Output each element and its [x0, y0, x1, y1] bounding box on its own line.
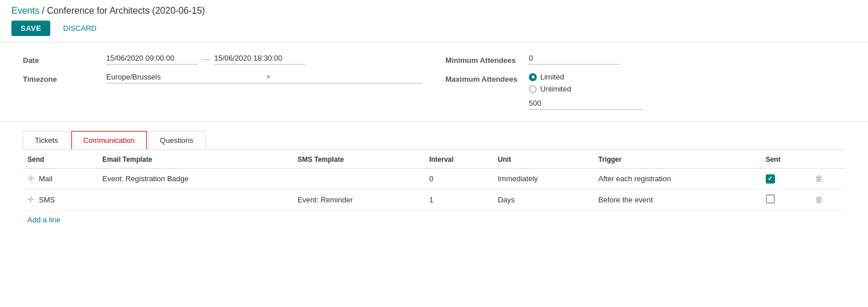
timezone-value: Europe/Brussels ▼ — [106, 73, 423, 83]
cell-unit-0: Immediately — [493, 169, 594, 189]
cell-interval-1: 1 — [425, 189, 493, 210]
cell-email-template-0: Event: Registration Badge — [98, 169, 293, 189]
col-email-template: Email Template — [98, 150, 293, 169]
col-send: Send — [23, 150, 98, 169]
limited-radio-circle — [529, 73, 537, 81]
discard-button[interactable]: DISCARD — [57, 21, 102, 36]
timezone-label: Timezone — [23, 73, 97, 83]
limited-radio[interactable]: Limited — [529, 73, 845, 81]
date-label: Date — [23, 54, 97, 65]
top-bar: Events / Conference for Architects (2020… — [0, 0, 868, 42]
min-attendees-row: Minimum Attendees 0 — [445, 54, 845, 65]
cell-send-0: ✛ Mail — [23, 169, 98, 189]
tabs-section: Tickets Communication Questions — [0, 122, 868, 150]
communication-table: Send Email Template SMS Template Interva… — [23, 150, 845, 211]
date-value: 15/06/2020 09:00:00 — 15/06/2020 18:30:0… — [106, 54, 423, 65]
min-attendees-input[interactable]: 0 — [529, 54, 620, 65]
toolbar: SAVE DISCARD — [11, 21, 857, 36]
max-attendees-label: Maximum Attendees — [445, 73, 520, 83]
cell-interval-0: 0 — [425, 169, 493, 189]
form-grid: Date 15/06/2020 09:00:00 — 15/06/2020 18… — [23, 54, 845, 110]
cell-sms-template-1: Event: Reminder — [293, 189, 425, 210]
table-row: ✛ SMS Event: Reminder 1 Days Before the … — [23, 189, 845, 210]
send-type-1: SMS — [39, 196, 55, 204]
cell-sent-0[interactable] — [761, 169, 810, 189]
form-left: Date 15/06/2020 09:00:00 — 15/06/2020 18… — [23, 54, 423, 110]
drag-handle-0[interactable]: ✛ — [27, 174, 34, 183]
breadcrumb-separator: / — [39, 6, 47, 15]
col-sms-template: SMS Template — [293, 150, 425, 169]
attendees-count[interactable]: 500 — [529, 99, 643, 110]
limited-label: Limited — [540, 73, 564, 81]
cell-sent-1[interactable] — [761, 189, 810, 210]
timezone-field-row: Timezone Europe/Brussels ▼ — [23, 73, 423, 83]
sent-checkbox-1[interactable] — [766, 194, 775, 204]
timezone-selected: Europe/Brussels — [106, 73, 263, 81]
form-section: Date 15/06/2020 09:00:00 — 15/06/2020 18… — [0, 42, 868, 122]
tab-communication[interactable]: Communication — [71, 131, 147, 149]
cell-delete-0[interactable]: 🗑 — [810, 169, 845, 189]
unlimited-radio-circle — [529, 85, 537, 93]
table-section: Send Email Template SMS Template Interva… — [0, 150, 868, 240]
delete-icon-0[interactable]: 🗑 — [815, 174, 823, 183]
date-start[interactable]: 15/06/2020 09:00:00 — [106, 54, 198, 65]
min-attendees-label: Minimum Attendees — [445, 54, 520, 65]
delete-icon-1[interactable]: 🗑 — [815, 195, 823, 204]
attendees-radio-group: Limited Unlimited — [529, 73, 845, 93]
cell-sms-template-0 — [293, 169, 425, 189]
breadcrumb: Events / Conference for Architects (2020… — [11, 6, 857, 16]
cell-trigger-1: Before the event — [594, 189, 761, 210]
form-right: Minimum Attendees 0 Maximum Attendees Li… — [445, 54, 845, 110]
breadcrumb-parent[interactable]: Events — [11, 6, 39, 15]
cell-email-template-1 — [98, 189, 293, 210]
date-end[interactable]: 15/06/2020 18:30:00 — [214, 54, 306, 65]
table-row: ✛ Mail Event: Registration Badge 0 Immed… — [23, 169, 845, 189]
timezone-select[interactable]: Europe/Brussels ▼ — [106, 73, 423, 83]
max-attendees-options: Limited Unlimited 500 — [529, 73, 845, 110]
unlimited-label: Unlimited — [540, 85, 571, 93]
date-separator: — — [202, 55, 210, 63]
add-line-button[interactable]: Add a line — [23, 211, 65, 229]
cell-delete-1[interactable]: 🗑 — [810, 189, 845, 210]
date-field-row: Date 15/06/2020 09:00:00 — 15/06/2020 18… — [23, 54, 423, 65]
send-type-0: Mail — [39, 174, 53, 183]
breadcrumb-current: Conference for Architects (2020-06-15) — [47, 6, 205, 15]
drag-handle-1[interactable]: ✛ — [27, 195, 34, 204]
cell-unit-1: Days — [493, 189, 594, 210]
unlimited-radio[interactable]: Unlimited — [529, 85, 845, 93]
table-header-row: Send Email Template SMS Template Interva… — [23, 150, 845, 169]
col-trigger: Trigger — [594, 150, 761, 169]
col-actions — [810, 150, 845, 169]
tab-questions[interactable]: Questions — [148, 131, 206, 149]
sent-checkbox-0[interactable] — [766, 174, 775, 184]
col-interval: Interval — [425, 150, 493, 169]
save-button[interactable]: SAVE — [11, 21, 50, 36]
tab-tickets[interactable]: Tickets — [23, 131, 70, 149]
col-sent: Sent — [761, 150, 810, 169]
chevron-down-icon: ▼ — [266, 74, 423, 80]
col-unit: Unit — [493, 150, 594, 169]
cell-trigger-0: After each registration — [594, 169, 761, 189]
min-attendees-value: 0 — [529, 54, 845, 65]
max-attendees-row: Maximum Attendees Limited Unlimited — [445, 73, 845, 110]
cell-send-1: ✛ SMS — [23, 189, 98, 210]
tabs: Tickets Communication Questions — [23, 131, 845, 150]
